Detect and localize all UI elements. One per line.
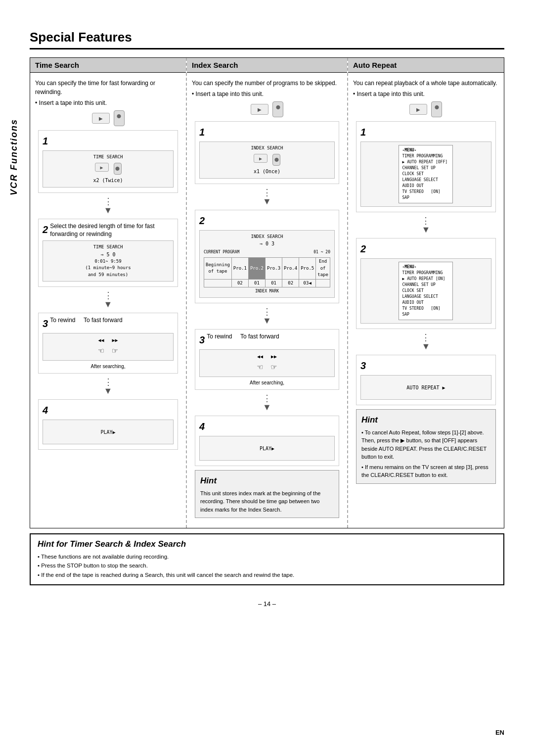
idx-after-searching: After searching,: [199, 379, 335, 386]
index-table: Beginningof tape Pro.1 Pro.2 Pro.3 Pro.4…: [204, 257, 330, 287]
index-search-step4: 4 PLAY▶: [195, 416, 339, 466]
time-search-header: Time Search: [30, 58, 186, 73]
ar-step3-diagram: AUTO REPEAT ▶: [360, 375, 491, 400]
auto-repeat-icons: [353, 101, 499, 117]
ar-step2-diagram: -MENU- TIMER PROGRAMMING ▶ AUTO REPEAT […: [360, 258, 491, 324]
index-step4-diagram: PLAY▶: [199, 436, 335, 461]
time-search-step1: 1 TIME SEARCH x2 (Twice): [38, 130, 178, 193]
bottom-hint-text: • These functions are not available duri…: [38, 552, 496, 579]
ar-remote-icon: [431, 101, 442, 117]
time-search-step3-diagram: ◀◀☜ ▶▶☞: [43, 333, 174, 361]
ar-vcr-icon: [409, 104, 427, 115]
ar-divider1: ⋮▼: [353, 216, 499, 234]
time-search-step3: 3 To rewind To fast forward ◀◀☜ ▶▶☞ Afte…: [38, 313, 178, 374]
ar-step1-diagram: -MENU- TIMER PROGRAMMING ▶ AUTO REPEAT […: [360, 142, 491, 207]
language-label: EN: [495, 729, 504, 736]
index-mark-label: INDEX MARK: [204, 288, 330, 294]
auto-repeat-header: Auto Repeat: [348, 58, 504, 73]
time-search-icons: [35, 110, 181, 126]
remote-icon: [114, 110, 125, 126]
after-searching-label: After searching,: [43, 363, 174, 370]
index-hint-title: Hint: [200, 474, 334, 487]
column-auto-repeat: Auto Repeat You can repeat playback of a…: [348, 58, 504, 528]
time-search-body: You can specify the time for fast forwar…: [30, 77, 186, 456]
idx-step1-remote: [272, 154, 280, 166]
page: Special Features VCR Functions Time Sear…: [0, 0, 534, 756]
idx-step1-vcr: [254, 154, 267, 163]
auto-repeat-step1: 1 -MENU- TIMER PROGRAMMING ▶ AUTO REPEAT…: [356, 121, 496, 212]
bottom-hint-title: Hint for Timer Search & Index Search: [38, 539, 496, 549]
auto-repeat-step2: 2 -MENU- TIMER PROGRAMMING ▶ AUTO REPEAT…: [356, 238, 496, 329]
time-search-x2-label: x2 (Twice): [93, 177, 123, 184]
index-search-step1: 1 INDEX SEARCH x1 (Once): [195, 121, 339, 184]
time-search-step1-diagram: TIME SEARCH x2 (Twice): [43, 150, 174, 188]
time-search-intro: You can specify the time for fast forwar…: [35, 79, 181, 96]
divider3: ⋮▼: [35, 378, 181, 395]
auto-repeat-step3: 3 AUTO REPEAT ▶: [356, 355, 496, 405]
step1-remote-icon: [114, 163, 122, 175]
index-x1-label: x1 (Once): [254, 168, 280, 175]
index-remote-icon: [272, 101, 283, 117]
auto-repeat-body: You can repeat playback of a whole tape …: [348, 77, 504, 490]
time-search-step4: 4 PLAY▶: [38, 399, 178, 450]
bottom-hint-box: Hint for Timer Search & Index Search • T…: [30, 533, 504, 585]
idx-divider3: ⋮▼: [192, 394, 342, 412]
index-search-body: You can specify the number of programs t…: [187, 77, 347, 524]
time-search-step2-diagram: TIME SEARCH ⇒ 5 0 0:01~ 9:59(1 minute~9 …: [43, 240, 174, 282]
index-vcr-icon: [251, 104, 268, 115]
main-columns: Time Search You can specify the time for…: [30, 57, 504, 528]
index-hint-text: This unit stores index mark at the begin…: [200, 489, 334, 514]
step1-vcr-icon: [95, 163, 109, 172]
idx-divider2: ⋮▼: [192, 307, 342, 325]
ar-divider2: ⋮▼: [353, 333, 499, 351]
index-search-icons: [192, 101, 342, 117]
index-search-step2: 2 INDEX SEARCH ⇒ 0 3 CURRENT PROGRAM 01 …: [195, 210, 339, 304]
index-search-intro: You can specify the number of programs t…: [192, 79, 342, 88]
auto-repeat-intro: You can repeat playback of a whole tape …: [353, 79, 499, 88]
index-hint: Hint This unit stores index mark at the …: [195, 470, 339, 518]
column-index-search: Index Search You can specify the number …: [187, 58, 348, 528]
page-title: Special Features: [30, 30, 504, 49]
step2-desc: Select the desired length of time for fa…: [50, 222, 174, 239]
auto-repeat-bullet: • Insert a tape into this unit.: [353, 90, 499, 98]
ar-hint-title: Hint: [361, 414, 490, 426]
index-search-header: Index Search: [187, 58, 347, 73]
time-search-step2: 2 Select the desired length of time for …: [38, 219, 178, 287]
idx-divider1: ⋮▼: [192, 188, 342, 206]
divider2: ⋮▼: [35, 291, 181, 309]
index-search-step3: 3 To rewind To fast forward ◀◀☜ ▶▶☞ Afte…: [195, 329, 339, 390]
index-step3-diagram: ◀◀☜ ▶▶☞: [199, 349, 335, 377]
index-step2-diagram: INDEX SEARCH ⇒ 0 3 CURRENT PROGRAM 01 ~ …: [199, 230, 335, 298]
column-time-search: Time Search You can specify the time for…: [30, 58, 187, 528]
vcr-functions-label: VCR Functions: [9, 119, 19, 195]
auto-repeat-hint: Hint • To cancel Auto Repeat, follow ste…: [356, 409, 496, 484]
vcr-device-icon: [92, 113, 110, 124]
time-search-bullet: • Insert a tape into this unit.: [35, 98, 181, 107]
index-search-bullet: • Insert a tape into this unit.: [192, 90, 342, 98]
time-search-step4-diagram: PLAY▶: [43, 420, 174, 444]
ar-hint-text: • To cancel Auto Repeat, follow steps [1…: [361, 428, 490, 479]
page-number: – 14 –: [30, 600, 504, 608]
index-step1-diagram: INDEX SEARCH x1 (Once): [199, 142, 335, 179]
divider1: ⋮▼: [35, 197, 181, 215]
